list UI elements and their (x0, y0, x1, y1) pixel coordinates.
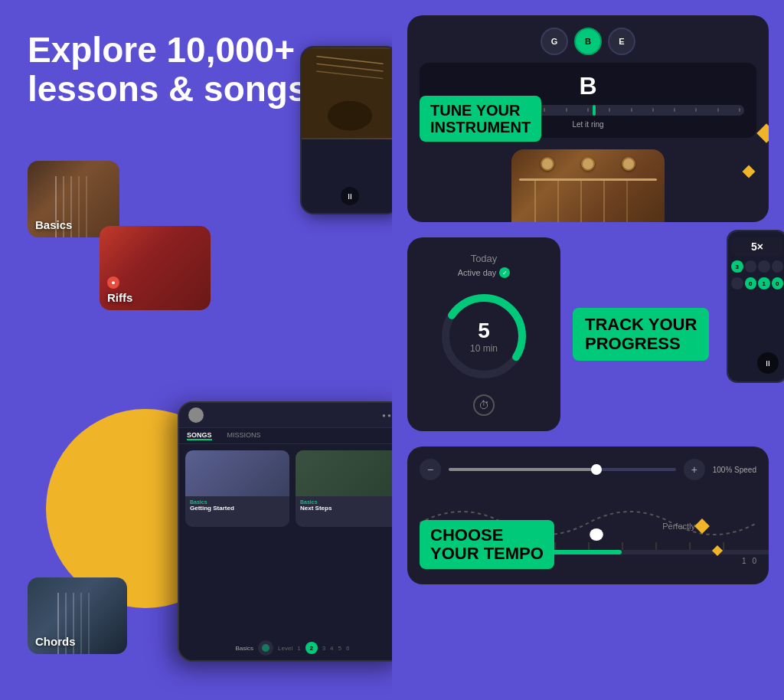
user-avatar (188, 407, 204, 423)
choose-label: CHOOSE YOUR TEMPO (420, 520, 554, 569)
lesson-title-1: Getting Started (190, 505, 285, 512)
track-label: TRACK YOUR PROGRESS (573, 308, 709, 360)
level-selector: Basics Level 1 2 3 4 5 6 (236, 640, 350, 656)
lesson-card-getting-started[interactable]: Basics Getting Started (185, 450, 289, 527)
svg-rect-14 (588, 542, 590, 550)
peg-1 (541, 157, 554, 171)
lesson-category-2: Basics (300, 499, 392, 505)
fret-dot-green-0-1: 0 (745, 277, 757, 289)
fret-row-2: 0 1 0 (731, 277, 783, 289)
guitar-nut (519, 178, 657, 181)
progress-number: 5 (470, 319, 498, 343)
svg-point-8 (590, 528, 603, 541)
guitar-head (511, 149, 665, 222)
tick-7 (566, 108, 567, 112)
phone-mockup-top-left: ⏸ (300, 46, 392, 214)
chords-card[interactable]: Chords (28, 577, 127, 654)
progress-card: Today Active day ✓ 5 10 min ⏱ (407, 237, 560, 431)
tempo-increase-button[interactable]: + (684, 459, 705, 480)
lesson-category-1: Basics (190, 499, 285, 505)
level-label: Level (278, 645, 292, 652)
tuning-pegs-top (511, 157, 665, 171)
riffs-notification-dot: ● (107, 276, 119, 289)
fret-dot-green-0-2: 0 (772, 277, 784, 289)
app-footer: Basics Level 1 2 3 4 5 6 (179, 636, 392, 660)
svg-rect-13 (554, 542, 556, 550)
phone-right-mockup: 5× 3 0 1 0 ⏸ (727, 230, 784, 383)
lesson-row: Basics Getting Started Basics Next Steps (185, 450, 392, 527)
string-1 (534, 181, 536, 222)
progress-section: Today Active day ✓ 5 10 min ⏱ TRACK YOUR (407, 237, 769, 431)
fret-dot-empty-4 (731, 277, 743, 289)
level-5[interactable]: 5 (338, 645, 341, 652)
riffs-card[interactable]: ● Riffs (100, 226, 211, 310)
chord-buttons-top: G B E (420, 28, 756, 55)
chords-label: Chords (35, 635, 76, 648)
svg-rect-15 (622, 542, 623, 550)
tempo-value-0: 0 (752, 557, 756, 565)
perfect-text: Perfectly (662, 522, 695, 531)
level-6[interactable]: 6 (346, 645, 349, 652)
phone-fret-content: 5× 3 0 1 0 ⏸ (728, 231, 784, 381)
tempo-decrease-button[interactable]: − (420, 459, 441, 480)
chord-g[interactable]: G (541, 28, 568, 55)
tick-6 (544, 108, 545, 112)
fret-visualization: 3 0 1 0 (731, 260, 783, 292)
tick-13 (695, 108, 697, 112)
level-1[interactable]: 1 (297, 645, 300, 652)
app-dots: ● ● ● (382, 412, 392, 419)
string-2 (557, 181, 559, 222)
basics-label: Basics (35, 218, 72, 231)
tempo-speed-label: 100% Speed (713, 466, 756, 474)
level-4[interactable]: 4 (330, 645, 333, 652)
fret-dot-empty-2 (758, 260, 770, 273)
guitar-image-area (420, 146, 756, 222)
tempo-slider-thumb (591, 464, 602, 475)
string-3 (580, 181, 582, 222)
level-3[interactable]: 3 (322, 645, 325, 652)
tempo-bottom-slider[interactable] (527, 550, 769, 554)
lesson-title-2: Next Steps (300, 505, 392, 512)
string-5 (626, 181, 628, 222)
tempo-slider-fill (449, 468, 596, 471)
tick-9 (609, 108, 610, 112)
tick-14 (717, 108, 719, 112)
fret-dot-empty-3 (772, 260, 784, 273)
left-panel: Explore 10,000+ lessons & songs Basics ●… (0, 0, 392, 700)
diamond-decoration-1 (756, 123, 769, 142)
svg-rect-16 (655, 542, 657, 550)
tick-15 (739, 108, 740, 112)
progress-active-day: Active day ✓ (423, 267, 545, 278)
speed-badge: 5× (731, 237, 783, 256)
chord-b-active[interactable]: B (574, 28, 602, 55)
tuner-card: G B E B (407, 15, 769, 222)
svg-rect-17 (689, 542, 691, 550)
level-2-active[interactable]: 2 (305, 642, 318, 654)
right-panel: G B E B (392, 0, 784, 700)
progress-unit: 10 min (470, 343, 498, 354)
level-icon (258, 640, 273, 656)
tab-missions[interactable]: MISSIONS (227, 431, 261, 440)
tick-10 (631, 108, 632, 112)
tab-songs[interactable]: SONGS (187, 431, 212, 440)
clock-icon: ⏱ (473, 394, 495, 416)
peg-2 (581, 157, 595, 171)
chord-e-top[interactable]: E (608, 28, 635, 55)
lesson-card-next-steps[interactable]: Basics Next Steps (296, 450, 392, 527)
phone-pause-button[interactable]: ⏸ (757, 352, 779, 374)
string-4 (603, 181, 605, 222)
svg-rect-18 (723, 542, 724, 550)
tempo-controls: − + 100% Speed (420, 459, 756, 480)
basics-footer-label: Basics (236, 645, 254, 652)
active-check-icon: ✓ (499, 267, 510, 278)
app-content: Basics Getting Started Basics Next Steps (179, 444, 392, 533)
fret-row-1: 3 (731, 260, 783, 273)
fret-dot-empty-1 (745, 260, 757, 273)
tempo-value-1: 1 (742, 557, 746, 565)
fret-dot-green-1: 1 (758, 277, 770, 289)
tune-label-text: TUNE YOUR INSTRUMENT (430, 102, 531, 136)
tune-label: TUNE YOUR INSTRUMENT (420, 96, 541, 142)
tempo-slider[interactable] (449, 468, 676, 471)
pause-icon[interactable]: ⏸ (341, 187, 359, 205)
tick-12 (674, 108, 675, 112)
